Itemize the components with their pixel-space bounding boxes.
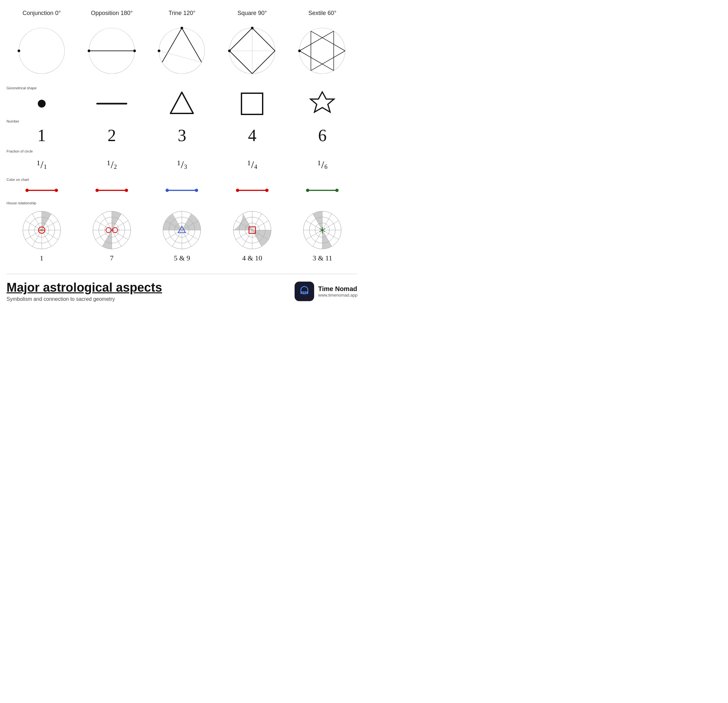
house-wheel-sextile: 3 & 11 <box>287 205 357 264</box>
svg-line-8 <box>162 28 182 62</box>
number-sextile: 6 <box>287 124 357 147</box>
svg-point-39 <box>125 189 128 192</box>
color-line-sextile <box>287 182 357 198</box>
app-name-block: Time Nomad www.timenomad.app <box>318 285 357 298</box>
section-label-color: Color on chart <box>7 175 357 182</box>
shape-conjunction <box>7 91 77 117</box>
svg-point-42 <box>195 189 198 192</box>
app-icon <box>295 282 314 301</box>
page-subtitle: Symbolism and connection to sacred geome… <box>7 296 162 302</box>
color-line-conjunction <box>7 182 77 198</box>
svg-point-21 <box>299 28 345 74</box>
col-header-conjunction: Conjunction 0° <box>7 7 77 22</box>
svg-line-24 <box>311 31 345 51</box>
color-line-opposition <box>77 182 147 198</box>
col-header-square: Square 90° <box>217 7 287 22</box>
svg-marker-109 <box>302 291 303 293</box>
fraction-square: 1 / 4 <box>217 154 287 175</box>
svg-point-44 <box>236 189 239 192</box>
svg-point-5 <box>133 49 136 52</box>
svg-point-45 <box>265 189 269 192</box>
svg-line-26 <box>299 31 334 51</box>
number-opposition: 2 <box>77 124 147 147</box>
house-wheel-opposition: 7 <box>77 205 147 264</box>
svg-point-47 <box>306 189 309 192</box>
number-conjunction: 1 <box>7 124 77 147</box>
section-label-fraction: Fraction of circle <box>7 147 357 154</box>
svg-point-48 <box>335 189 339 192</box>
svg-point-0 <box>19 28 65 74</box>
svg-point-28 <box>298 49 301 52</box>
house-wheel-trine: 5 & 9 <box>147 205 217 264</box>
section-label-house: House relationship <box>7 198 357 205</box>
svg-point-29 <box>38 100 46 107</box>
svg-point-20 <box>228 49 231 52</box>
svg-line-17 <box>230 51 252 74</box>
svg-line-22 <box>311 51 345 71</box>
house-wheel-conjunction: 1 <box>7 205 77 264</box>
svg-rect-105 <box>300 291 302 294</box>
house-wheel-square: 4 & 10 <box>217 205 287 264</box>
svg-point-11 <box>158 49 160 52</box>
fraction-conjunction: 1 / 1 <box>7 154 77 175</box>
svg-line-16 <box>252 51 275 74</box>
bottom-right: Time Nomad www.timenomad.app <box>295 282 357 301</box>
color-line-trine <box>147 182 217 198</box>
col-header-trine: Trine 120° <box>147 7 217 22</box>
svg-point-19 <box>251 27 254 29</box>
svg-point-38 <box>95 189 99 192</box>
col-header-sextile: Sextile 60° <box>287 7 357 22</box>
circle-sextile <box>287 22 357 84</box>
svg-marker-33 <box>311 92 334 112</box>
page-title: Major astrological aspects <box>7 281 162 295</box>
circle-trine <box>147 22 217 84</box>
svg-point-35 <box>25 189 29 192</box>
fraction-sextile: 1 / 6 <box>287 154 357 175</box>
number-trine: 3 <box>147 124 217 147</box>
circle-opposition <box>77 22 147 84</box>
col-header-opposition: Opposition 180° <box>77 7 147 22</box>
svg-line-18 <box>230 28 252 51</box>
color-line-square <box>217 182 287 198</box>
svg-rect-106 <box>307 291 308 294</box>
number-square: 4 <box>217 124 287 147</box>
fraction-opposition: 1 / 2 <box>77 154 147 175</box>
svg-rect-32 <box>241 93 263 114</box>
svg-point-4 <box>88 49 90 52</box>
section-label-geometrical: Geometrical shape <box>7 84 357 91</box>
shape-hexagram <box>287 91 357 117</box>
svg-line-15 <box>252 28 275 51</box>
bottom-section: Major astrological aspects Symbolism and… <box>7 274 357 302</box>
svg-line-25 <box>299 51 334 71</box>
svg-marker-110 <box>305 291 306 293</box>
section-label-number: Number <box>7 117 357 124</box>
svg-marker-31 <box>170 92 193 113</box>
fraction-trine: 1 / 3 <box>147 154 217 175</box>
svg-point-41 <box>166 189 169 192</box>
circle-square <box>217 22 287 84</box>
svg-point-36 <box>55 189 58 192</box>
svg-point-10 <box>181 27 183 29</box>
svg-line-7 <box>182 28 202 62</box>
shape-trine <box>147 91 217 117</box>
svg-point-6 <box>159 28 205 74</box>
main-grid: Conjunction 0° Opposition 180° Trine 120… <box>7 7 357 264</box>
svg-point-1 <box>17 49 20 52</box>
bottom-left: Major astrological aspects Symbolism and… <box>7 281 162 302</box>
shape-opposition <box>77 91 147 117</box>
circle-conjunction <box>7 22 77 84</box>
shape-square <box>217 91 287 117</box>
